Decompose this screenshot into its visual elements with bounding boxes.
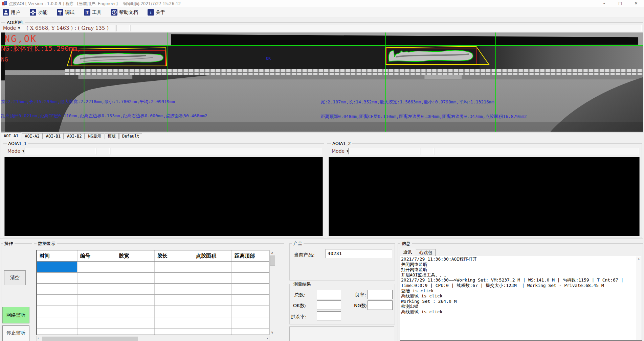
info-group-label: 信息 [400, 241, 412, 247]
tab-default[interactable]: Default [119, 133, 142, 139]
svg-text:T: T [86, 10, 89, 15]
left-stats-line1: 宽:2.215mm,长:15.290mm,最大胶宽:2.2218mm,最小:1.… [1, 99, 175, 105]
log-scrollbar[interactable]: ∧ [636, 257, 641, 340]
view-tabstrip: AOI-A1 AOI-A2 AOI-B1 AOI-B2 NG显示 模版 Defa… [1, 132, 142, 139]
spare-panel [289, 326, 394, 341]
menu-item-label: 工具 [92, 9, 102, 16]
app-window: 点胶AOI [ Version : 1.0.0.9 ] 程序 【当前用户: En… [0, 0, 644, 341]
menu-item-debug[interactable]: 调试 [57, 9, 74, 16]
panel1-field-2 [97, 148, 110, 154]
stop-listen-button[interactable]: 停止监听 [2, 325, 29, 341]
camera-field-small [116, 25, 130, 31]
menu-item-label: 调试 [65, 9, 74, 16]
table-vertical-scrollbar[interactable]: ∧ ∨ [269, 250, 275, 335]
selected-cell[interactable] [37, 262, 77, 272]
table-row[interactable] [37, 284, 269, 295]
table-row[interactable] [37, 328, 269, 335]
ok-flag-text: OK [266, 56, 271, 61]
tab-ng-display[interactable]: NG显示 [85, 133, 104, 139]
menu-item-label: 功能 [38, 9, 47, 16]
table-row[interactable] [37, 295, 269, 306]
total-label: 总数: [294, 292, 306, 298]
about-icon: i [148, 9, 154, 16]
scrollbar-thumb[interactable] [42, 337, 138, 341]
menu-item-user[interactable]: 用户 [3, 9, 20, 16]
current-product-input[interactable]: 40231 [326, 249, 392, 258]
window-title: 点胶AOI [ Version : 1.0.0.9 ] 程序 【当前用户: En… [9, 1, 181, 7]
table-header-row: 时间 编号 胶宽 胶长 点胶面积 距离顶部 [37, 250, 269, 262]
total-input[interactable] [317, 290, 341, 299]
tab-communication[interactable]: 通讯 [400, 248, 415, 256]
tab-aoi-b1[interactable]: AOI-B1 [43, 133, 64, 139]
overkill-label: 过杀率: [291, 314, 307, 320]
column-header-id[interactable]: 编号 [77, 250, 116, 261]
menu-item-help[interactable]: ? 帮助文档 [111, 9, 138, 16]
panel2-image[interactable] [329, 157, 640, 236]
menu-item-about[interactable]: i 关于 [148, 9, 165, 16]
table-row[interactable] [37, 273, 269, 284]
right-stats-line2: 距离顶部0.048mm,距离CF层0.110mm,距离左边界0.304mm,距离… [320, 114, 527, 120]
panel2-label: AOIA1_2 [331, 141, 352, 146]
left-stats-line2: 距离顶部0.021mm,距离CF层0.110mm,距离左边界0.153mm,距离… [1, 113, 207, 119]
close-button[interactable]: ✕ [628, 0, 644, 7]
tab-aoi-a2[interactable]: AOI-A2 [22, 133, 42, 139]
tab-aoi-b2[interactable]: AOI-B2 [64, 133, 85, 139]
ng-count-label: NG数: [354, 303, 368, 309]
column-header-time[interactable]: 时间 [37, 250, 77, 261]
table-row[interactable] [37, 262, 269, 273]
network-listen-button[interactable]: 网络监听 [2, 307, 29, 323]
panel2-field-3 [435, 148, 639, 154]
camera-field-wide [131, 25, 642, 31]
yield-input[interactable] [368, 290, 393, 299]
camera-mode-dropdown[interactable]: Mode ▼ [2, 25, 21, 31]
app-icon [2, 1, 7, 6]
menu-item-label: 帮助文档 [119, 9, 138, 16]
menu-item-tools[interactable]: T 工具 [84, 9, 102, 16]
scrollbar-thumb[interactable] [270, 255, 275, 266]
log-area[interactable]: 2021/7/29 11:36:30:AOI程序打开 关闭网络监听 打开网络监听… [400, 256, 642, 341]
table-row[interactable] [37, 317, 269, 328]
right-stats-line1: 宽:2.187mm,长:14.352mm,最大胶宽:1.5663mm,最小:0.… [320, 99, 494, 105]
scroll-up-icon[interactable]: ∧ [636, 257, 641, 261]
tab-heartbeat[interactable]: 心跳包 [416, 249, 436, 256]
column-header-distance-top[interactable]: 距离顶部 [232, 250, 269, 261]
minimize-button[interactable]: – [596, 0, 612, 7]
menu-item-label: 用户 [11, 9, 20, 16]
log-text: 2021/7/29 11:36:30:AOI程序打开 关闭网络监听 打开网络监听… [401, 257, 636, 315]
table-horizontal-scrollbar[interactable]: ‹ › [36, 336, 269, 341]
clear-button[interactable]: 清空 [4, 270, 26, 285]
product-group-label: 产品 [292, 241, 304, 247]
gear-icon [30, 9, 36, 16]
window-controls: – □ ✕ [596, 0, 644, 7]
current-product-label: 当前产品: [294, 252, 315, 258]
tab-aoi-a1[interactable]: AOI-A1 [1, 132, 21, 139]
maximize-button[interactable]: □ [612, 0, 628, 7]
data-display-group-label: 数据显示 [37, 241, 57, 247]
result-text: NG,OK [4, 33, 37, 44]
overkill-input[interactable] [317, 311, 341, 320]
scroll-right-icon[interactable]: › [266, 336, 268, 341]
yield-label: 良率: [355, 292, 366, 298]
panel2-mode-dropdown[interactable]: Mode ▼ [330, 148, 349, 154]
tab-template[interactable]: 模版 [105, 133, 119, 139]
column-header-glue-area[interactable]: 点胶面积 [193, 250, 232, 261]
panel2-field-2 [421, 148, 434, 154]
scroll-left-icon[interactable]: ‹ [38, 336, 39, 341]
data-table: 时间 编号 胶宽 胶长 点胶面积 距离顶部 [36, 250, 269, 335]
panel1-mode-dropdown[interactable]: Mode ▼ [6, 148, 25, 154]
column-header-glue-length[interactable]: 胶长 [155, 250, 193, 261]
ok-count-input[interactable] [317, 300, 341, 310]
menu-item-function[interactable]: 功能 [30, 9, 47, 16]
scroll-down-icon[interactable]: ∨ [270, 331, 275, 334]
tools-icon: T [84, 9, 90, 16]
measure-group-label: 测量结果 [292, 281, 312, 287]
column-header-glue-width[interactable]: 胶宽 [116, 250, 155, 261]
ng-count-input[interactable] [368, 300, 393, 310]
scroll-up-icon[interactable]: ∧ [270, 251, 275, 254]
menu-item-label: 关于 [156, 9, 165, 16]
table-row[interactable] [37, 306, 269, 317]
ok-count-label: OK数: [293, 303, 306, 309]
panel1-image[interactable] [4, 157, 323, 236]
ng-reason-text: NG:胶体过长:15.290mm, [1, 44, 81, 53]
user-icon [3, 9, 9, 16]
